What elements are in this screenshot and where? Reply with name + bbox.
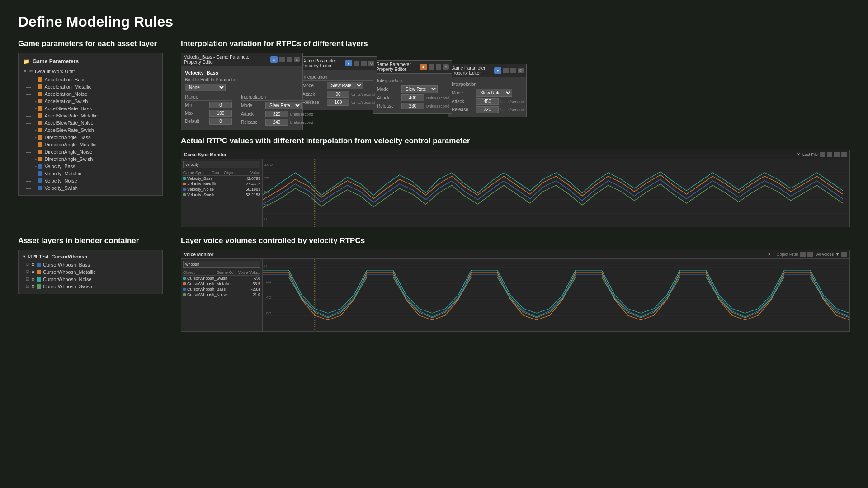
voice-search-input[interactable] [183, 261, 260, 268]
svg-text:100: 100 [264, 163, 273, 167]
list-item: ☑ ⚙ CursorWhoosh_Metallic [22, 268, 159, 276]
svg-text:-20: -20 [264, 280, 272, 284]
layer-icon: ⚙ [31, 263, 35, 267]
interpolation-title: Interpolation variation for RTPCs of dif… [181, 39, 850, 48]
folder-icon: 📁 [23, 58, 30, 65]
editor-body-1: Velocity_Bass Bind to Built-In Parameter… [181, 66, 302, 130]
table-row: Velocity_Swish 53.2158 [183, 192, 260, 197]
right-column: Interpolation variation for RTPCs of dif… [181, 39, 850, 227]
ctrl-3[interactable] [834, 152, 840, 157]
voice-chart-svg: 0 -20 -40 -60 [263, 259, 849, 331]
maximize-btn-3[interactable] [436, 64, 441, 70]
list-item: —├DirectionAngle_Metallic [22, 141, 159, 148]
attack-units-2: Units/second [351, 92, 375, 97]
voice-indicator-3 [183, 288, 186, 291]
minimize-btn-4[interactable] [503, 68, 509, 73]
property-editor-4: Game Parameter Property Editor ● 8 Inter… [448, 64, 527, 117]
minimize-btn-1[interactable] [279, 57, 285, 62]
svg-text:0: 0 [264, 264, 267, 268]
editor-title-4: Game Parameter Property Editor [451, 66, 492, 75]
editor-icon-1[interactable]: ● [270, 56, 278, 63]
attack-input-2[interactable] [327, 91, 349, 98]
ctrl-4[interactable] [841, 152, 847, 157]
release-input-4[interactable] [476, 106, 499, 113]
release-input-3[interactable] [401, 103, 424, 109]
mode-row-2: Mode Slew Rate [302, 82, 373, 89]
release-input-2[interactable] [327, 99, 349, 106]
svg-text:50: 50 [264, 190, 270, 194]
mode-select-1[interactable]: Slew Rate [265, 102, 302, 109]
top-left-title: Game parameters for each asset layer [18, 39, 163, 48]
voice-ctrl-2[interactable] [807, 252, 813, 257]
list-item: —├AccelSlewRate_Metallic [22, 112, 159, 119]
editor-num-1: 4 [294, 57, 300, 62]
default-row: Default [185, 118, 232, 125]
release-units-2: Units/second [351, 100, 375, 105]
voice-ctrl-3[interactable] [841, 252, 847, 257]
editor-num-4: 8 [518, 68, 524, 73]
editor-icon-4[interactable]: ● [494, 67, 501, 74]
blender-tree: ▼ ☑ ⊞ Test_CursorWhoosh ☑ ⚙ CursorWhoosh… [18, 250, 163, 294]
filter-dropdown[interactable]: ▼ [835, 252, 840, 257]
list-item: —├DirectionAngle_Bass [22, 134, 159, 141]
close-btn-voice[interactable]: ✕ [768, 252, 771, 257]
bind-select[interactable]: None [185, 84, 226, 91]
object-filter-label: Object Filter [777, 252, 799, 257]
svg-text:75: 75 [264, 176, 270, 180]
ctrl-1[interactable] [820, 152, 825, 157]
mode-select-4[interactable]: Slew Rate [476, 89, 512, 97]
maximize-btn-1[interactable] [287, 57, 292, 62]
list-item: —├Velocity_Bass [22, 163, 159, 170]
range-header: Range [185, 94, 232, 101]
tree-connector: ├ [33, 150, 36, 154]
attack-input-3[interactable] [401, 94, 424, 101]
close-btn[interactable]: ✕ [797, 152, 801, 157]
minimize-btn-3[interactable] [429, 64, 434, 70]
release-row-3: Release Units/second [377, 103, 448, 109]
svg-text:-60: -60 [264, 311, 272, 315]
editor-titlebar-1: Velocity_Bass - Game Parameter Property … [181, 53, 302, 66]
voice-indicator-1 [183, 277, 186, 280]
table-row: CursorWhoosh_Metallic -36.5 [183, 281, 260, 286]
last-file-btn[interactable]: Last File [802, 152, 818, 157]
maximize-btn-4[interactable] [510, 68, 516, 73]
svg-text:25: 25 [264, 203, 270, 207]
editor-icon-2[interactable]: ● [345, 60, 352, 66]
expand-icon: ▼ [23, 69, 27, 74]
list-item: —├Acceleration_Swish [22, 98, 159, 105]
editor-icon-3[interactable]: ● [420, 64, 427, 70]
attack-input-4[interactable] [476, 98, 499, 105]
monitor-controls: ✕ Last File [797, 152, 847, 157]
attack-units-3: Units/second [426, 96, 449, 100]
mode-row-4: Mode Slew Rate [452, 89, 523, 97]
maximize-btn-2[interactable] [361, 61, 367, 66]
voice-section: Layer voice volumes controlled by veloci… [181, 236, 850, 332]
release-input-1[interactable] [265, 119, 288, 126]
mode-select-2[interactable]: Slew Rate [327, 82, 363, 89]
layer-icon: ⚙ [31, 270, 35, 274]
mode-select-3[interactable]: Slew Rate [401, 85, 438, 93]
attack-input-1[interactable] [265, 111, 288, 117]
list-item: ☑ ⚙ CursorWhoosh_Noise [22, 276, 159, 283]
list-item: ☑ ⚙ CursorWhoosh_Swish [22, 283, 159, 290]
tree-connector: ├ [33, 92, 36, 96]
ctrl-2[interactable] [827, 152, 832, 157]
attack-units-1: Units/second [290, 112, 313, 117]
list-item: —├Velocity_Metallic [22, 170, 159, 177]
attack-units-4: Units/second [500, 99, 524, 104]
default-input[interactable] [209, 118, 232, 125]
voice-ctrl-1[interactable] [800, 252, 806, 257]
attack-row-4: Attack Units/second [452, 98, 523, 105]
min-input[interactable] [209, 102, 232, 108]
minimize-btn-2[interactable] [354, 61, 359, 66]
monitor-search-input[interactable] [183, 161, 260, 168]
release-units-4: Units/second [500, 108, 524, 112]
table-row: Velocity_Metallic 27.4312 [183, 181, 260, 187]
voice-sidebar: Object Game O... Voice Volu... CursorWho… [181, 259, 263, 331]
table-row: CursorWhoosh_Noise -21.0 [183, 292, 260, 297]
all-voices-label: All voices [816, 252, 834, 257]
property-editor-1: Velocity_Bass - Game Parameter Property … [181, 53, 303, 130]
monitor-sidebar: Game Sync Game Object Value Velocity_Bas… [181, 159, 263, 227]
max-input[interactable] [209, 110, 232, 117]
list-item: —├AccelSlewRate_Bass [22, 105, 159, 112]
